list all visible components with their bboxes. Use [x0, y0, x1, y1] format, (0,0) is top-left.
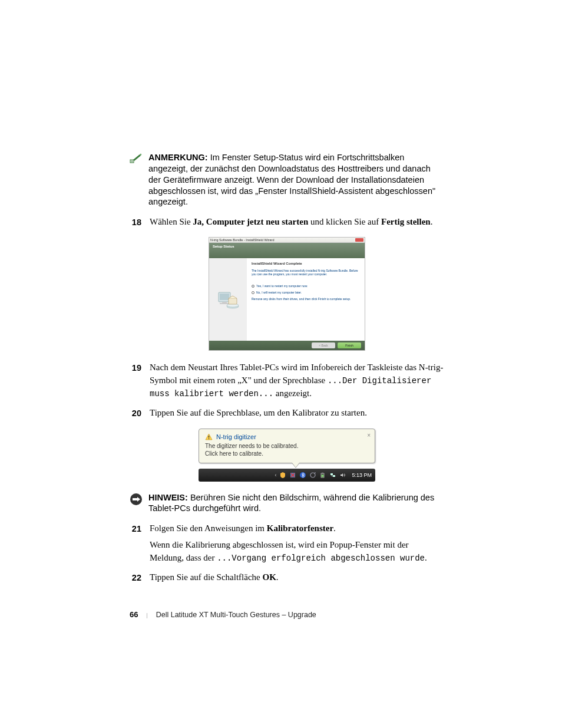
svg-rect-4 — [220, 294, 229, 300]
note-hinweis: HINWEIS: Berühren Sie nicht den Bildschi… — [130, 492, 444, 515]
svg-rect-6 — [220, 303, 229, 304]
step-number: 19 — [130, 361, 141, 400]
radio-restart-now[interactable]: Yes, I want to restart my computer now. — [252, 284, 360, 288]
svg-rect-18 — [330, 473, 333, 475]
arrow-notice-icon — [130, 493, 143, 506]
svg-rect-2 — [131, 162, 133, 162]
taskbar-sync-icon[interactable] — [309, 472, 316, 479]
step-21: 21 Folgen Sie den Anweisungen im Kalibra… — [130, 522, 444, 564]
footer-divider: | — [146, 611, 147, 618]
note-anmerkung: ANMERKUNG: Im Fenster Setup-Status wird … — [130, 152, 444, 207]
svg-rect-21 — [133, 498, 137, 500]
svg-rect-16 — [322, 473, 323, 473]
step-body: Tippen Sie auf die Sprechblase, um den K… — [150, 407, 444, 420]
warning-icon — [205, 433, 213, 440]
step-number: 20 — [130, 407, 141, 420]
step-20: 20 Tippen Sie auf die Sprechblase, um de… — [130, 407, 444, 420]
taskbar-battery-icon[interactable] — [319, 472, 326, 479]
close-button[interactable] — [355, 238, 363, 242]
balloon-title: N-trig digitizer — [216, 433, 256, 440]
svg-point-11 — [209, 438, 210, 439]
dialog-title: N-trig Software Bundle - InstallShield W… — [210, 238, 275, 242]
step-body: Nach dem Neustart Ihres Tablet-PCs wird … — [150, 361, 444, 400]
balloon-message-line1: The digitizer needs to be calibrated. — [205, 442, 369, 450]
taskbar-bluetooth-icon[interactable] — [299, 472, 306, 479]
back-button[interactable]: < Back — [312, 342, 335, 348]
dialog-description: The InstallShield Wizard has successfull… — [252, 269, 360, 276]
svg-rect-10 — [209, 436, 209, 438]
svg-rect-1 — [131, 161, 133, 162]
note-anmerkung-text: ANMERKUNG: Im Fenster Setup-Status wird … — [148, 152, 444, 207]
step-number: 21 — [130, 522, 141, 564]
dialog-graphic — [209, 258, 247, 341]
installshield-screenshot: N-trig Software Bundle - InstallShield W… — [209, 237, 365, 351]
step-body: Wählen Sie Ja, Computer jetzt neu starte… — [150, 216, 444, 229]
step-body: Tippen Sie auf die Schaltfläche OK. — [150, 571, 444, 584]
step-19: 19 Nach dem Neustart Ihres Tablet-PCs wi… — [130, 361, 444, 400]
step-number: 18 — [130, 216, 141, 229]
svg-rect-5 — [222, 302, 227, 303]
svg-rect-0 — [130, 160, 134, 163]
pencil-note-icon — [130, 153, 143, 164]
note-hinweis-text: HINWEIS: Berühren Sie nicht den Bildschi… — [148, 492, 444, 515]
dialog-hint: Remove any disks from their drives, and … — [252, 297, 360, 301]
taskbar: ‹ 5:13 PM — [199, 469, 375, 482]
taskbar-chevron-icon[interactable]: ‹ — [275, 472, 276, 478]
page-number: 66 — [130, 610, 138, 619]
step-number: 22 — [130, 571, 141, 584]
balloon-message-line2: Click here to calibrate. — [205, 450, 369, 457]
balloon-close-icon[interactable]: × — [367, 432, 371, 439]
taskbar-clock[interactable]: 5:13 PM — [352, 472, 372, 478]
radio-button-icon — [252, 291, 254, 294]
step-18: 18 Wählen Sie Ja, Computer jetzt neu sta… — [130, 216, 444, 229]
svg-rect-9 — [229, 298, 237, 304]
taskbar-network-icon[interactable] — [329, 472, 336, 479]
hinweis-label: HINWEIS: — [148, 493, 188, 502]
balloon-notification-screenshot: × N-trig digitizer The digitizer needs t… — [199, 429, 375, 482]
anmerkung-label: ANMERKUNG: — [148, 153, 208, 162]
radio-button-icon — [252, 285, 254, 288]
dialog-titlebar: N-trig Software Bundle - InstallShield W… — [209, 238, 365, 243]
taskbar-volume-icon[interactable] — [339, 472, 346, 479]
radio-restart-later[interactable]: No, I will restart my computer later. — [252, 291, 360, 294]
taskbar-shield-icon[interactable] — [279, 472, 286, 479]
dialog-banner: Setup Status — [209, 243, 365, 258]
finish-button[interactable]: Finish — [338, 342, 361, 348]
step-body: Folgen Sie den Anweisungen im Kalibrator… — [150, 522, 444, 564]
page-footer: 66 | Dell Latitude XT Multi-Touch Gestur… — [130, 610, 316, 619]
footer-title: Dell Latitude XT Multi-Touch Gestures – … — [156, 611, 316, 619]
balloon-tooltip[interactable]: × N-trig digitizer The digitizer needs t… — [199, 429, 375, 463]
svg-rect-17 — [322, 475, 324, 477]
taskbar-ntrig-icon[interactable] — [289, 472, 296, 479]
step-22: 22 Tippen Sie auf die Schaltfläche OK. — [130, 571, 444, 584]
dialog-heading: InstallShield Wizard Complete — [252, 262, 360, 265]
